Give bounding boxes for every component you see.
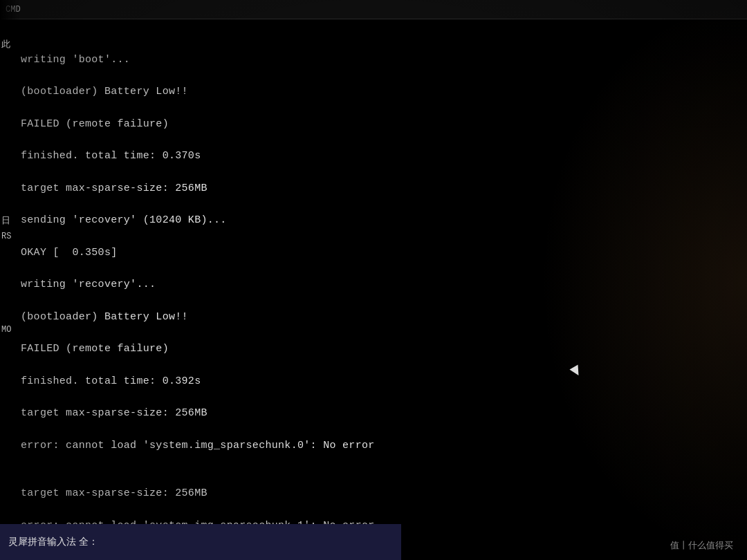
side-label-mo: MO bbox=[1, 325, 11, 335]
watermark: 值丨什么值得买 bbox=[670, 539, 733, 552]
terminal-line-1: (bootloader) Battery Low!! bbox=[21, 84, 747, 100]
terminal-line-5: sending 'recovery' (10240 KB)... bbox=[21, 212, 747, 228]
terminal-line-14: target max-sparse-size: 256MB bbox=[21, 485, 747, 501]
side-label-top: 此 bbox=[1, 38, 10, 50]
terminal: CMD writing 'boot'... (bootloader) Batte… bbox=[0, 0, 747, 560]
side-label-mid: 日 bbox=[1, 214, 10, 227]
watermark-text: 值丨什么值得买 bbox=[670, 540, 733, 550]
terminal-line-9: FAILED (remote failure) bbox=[21, 341, 747, 357]
ime-label: 灵犀拼音输入法 全： bbox=[8, 536, 98, 548]
terminal-content: writing 'boot'... (bootloader) Battery L… bbox=[21, 19, 747, 519]
terminal-line-2: FAILED (remote failure) bbox=[21, 116, 747, 132]
terminal-line-4: target max-sparse-size: 256MB bbox=[21, 180, 747, 196]
ime-bar: 灵犀拼音输入法 全： bbox=[0, 524, 401, 560]
terminal-line-10: finished. total time: 0.392s bbox=[21, 373, 747, 389]
screen-wrapper: CMD writing 'boot'... (bootloader) Batte… bbox=[0, 0, 747, 560]
side-label-rs: RS bbox=[1, 232, 11, 241]
terminal-line-3: finished. total time: 0.370s bbox=[21, 148, 747, 164]
terminal-line-11: target max-sparse-size: 256MB bbox=[21, 405, 747, 421]
terminal-line-8: (bootloader) Battery Low!! bbox=[21, 309, 747, 325]
terminal-line-0: writing 'boot'... bbox=[21, 52, 747, 68]
terminal-line-6: OKAY [ 0.350s] bbox=[21, 245, 747, 261]
terminal-line-12: error: cannot load 'system.img_sparsechu… bbox=[21, 438, 747, 454]
terminal-line-7: writing 'recovery'... bbox=[21, 277, 747, 292]
window-title: CMD bbox=[6, 5, 21, 15]
top-bar: CMD bbox=[0, 0, 747, 19]
